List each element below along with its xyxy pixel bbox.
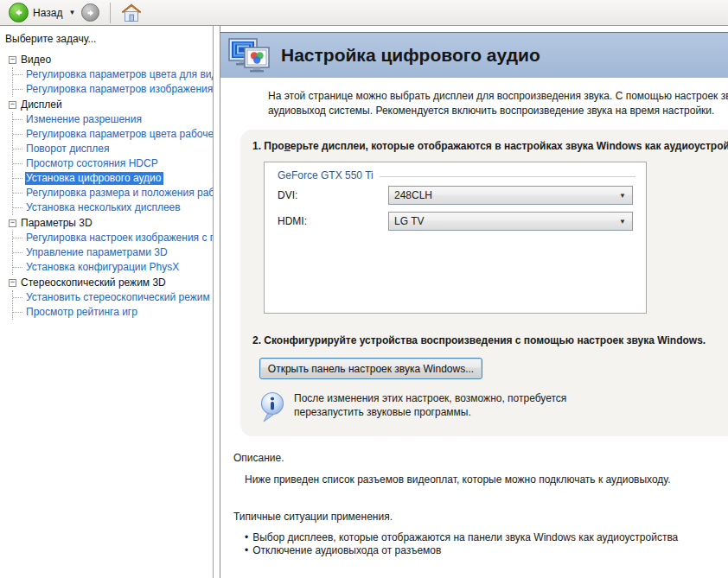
tree-item[interactable]: Регулировка параметров изображения д [13, 82, 213, 97]
tree-group-1[interactable]: Дисплей [9, 97, 213, 112]
selected-display-value: 248CLH [394, 189, 432, 201]
collapse-icon[interactable] [9, 279, 16, 287]
step1-heading: 1. Проверьте дисплеи, которые отображают… [252, 140, 728, 152]
note-row: После изменения этих настроек, возможно,… [259, 391, 728, 424]
tree-item[interactable]: Просмотр рейтинга игр [13, 305, 213, 320]
port-label: HDMI: [278, 215, 388, 227]
digital-audio-page-icon [227, 37, 272, 73]
page-title: Настройка цифрового аудио [281, 45, 540, 66]
tree-item-label: Регулировка настроек изображения с пр [25, 232, 214, 245]
tree-group-label: Параметры 3D [21, 217, 93, 229]
tree-item-label: Поворот дисплея [25, 143, 112, 156]
home-button[interactable] [118, 2, 145, 24]
intro-line-2: аудиовыход системы. Рекомендуется включи… [268, 104, 728, 118]
settings-card: 1. Проверьте дисплеи, которые отображают… [240, 130, 728, 436]
description-text: Ниже приведен список разъемов видеоплат,… [245, 473, 728, 486]
forward-button[interactable] [78, 2, 103, 23]
usage-heading: Типичные ситуации применения. [233, 511, 728, 523]
home-icon [121, 3, 142, 22]
page-header: Настройка цифрового аудио [220, 32, 728, 78]
task-tree: ВидеоРегулировка параметров цвета для ви… [9, 52, 213, 320]
port-label: DVI: [278, 189, 388, 201]
toolbar-separator [110, 3, 111, 23]
gpu-group-box: GeForce GTX 550 Ti DVI:248CLHHDMI:LG TV [264, 162, 647, 314]
tree-children: Изменение разрешенияРегулировка параметр… [12, 112, 213, 215]
collapse-icon[interactable] [9, 56, 16, 64]
tree-children: Установить стереоскопический режим 3Прос… [12, 290, 213, 320]
tree-item-label: Просмотр рейтинга игр [25, 306, 140, 319]
tree-item-label: Установка цифрового аудио [25, 172, 163, 185]
tree-item-label: Регулировка параметров цвета рабочег [25, 128, 214, 141]
tree-group-2[interactable]: Параметры 3D [9, 215, 213, 231]
legend-divider [380, 176, 635, 177]
usage-bullet: Отключение аудиовыхода от разъемов [245, 544, 728, 557]
tree-group-label: Стереоскопический режим 3D [21, 276, 166, 289]
tree-item[interactable]: Поворот дисплея [13, 142, 213, 156]
tree-item[interactable]: Просмотр состояния HDCP [13, 156, 213, 171]
tree-children: Регулировка параметров цвета для видРегу… [12, 67, 213, 97]
back-icon [9, 3, 29, 22]
tree-item[interactable]: Регулировка параметров цвета для вид [13, 67, 213, 82]
tree-item[interactable]: Регулировка размера и положения рабоч [13, 186, 213, 200]
tree-item-label: Установить стереоскопический режим 3 [25, 291, 214, 304]
gpu-name-label: GeForce GTX 550 Ti [278, 169, 374, 181]
forward-icon [81, 3, 99, 22]
tree-group-label: Видео [21, 54, 51, 66]
intro-line-1: На этой странице можно выбрать дисплеи д… [268, 89, 728, 104]
display-select-0[interactable]: 248CLH [388, 186, 633, 205]
tree-item[interactable]: Установка конфигурации PhysX [13, 260, 213, 275]
tree-group-label: Дисплей [21, 98, 62, 111]
back-history-dropdown-icon[interactable]: ▼ [68, 9, 75, 16]
tree-item[interactable]: Установить стереоскопический режим 3 [13, 290, 213, 305]
tree-item-label: Установка конфигурации PhysX [25, 261, 182, 274]
collapse-icon[interactable] [9, 101, 16, 109]
display-row-0: DVI:248CLH [278, 186, 646, 205]
tree-item-label: Регулировка параметров изображения д [25, 83, 214, 96]
tree-item[interactable]: Установка нескольких дисплеев [13, 200, 213, 215]
tree-item[interactable]: Установка цифрового аудио [13, 171, 213, 186]
note-text: После изменения этих настроек, возможно,… [294, 391, 633, 424]
display-select-1[interactable]: LG TV [388, 212, 633, 231]
info-icon [259, 391, 285, 424]
display-row-1: HDMI:LG TV [278, 212, 646, 231]
tree-item[interactable]: Управление параметрами 3D [13, 245, 213, 260]
toolbar: Назад ▼ [0, 0, 728, 26]
gpu-group-legend: GeForce GTX 550 Ti [278, 169, 635, 181]
tree-group-0[interactable]: Видео [9, 52, 213, 67]
content-pane: Настройка цифрового аудио На этой страни… [220, 26, 728, 578]
step2-heading: 2. Сконфигурируйте устройства воспроизве… [252, 334, 728, 346]
collapse-icon[interactable] [9, 219, 16, 227]
tree-item[interactable]: Регулировка параметров цвета рабочег [13, 127, 213, 142]
selected-display-value: LG TV [394, 215, 424, 227]
usage-bullet: Выбор дисплеев, которые отображаются на … [245, 531, 728, 544]
task-sidebar: Выберите задачу... ВидеоРегулировка пара… [0, 26, 214, 578]
open-windows-sound-button[interactable]: Открыть панель настроек звука Windows... [259, 358, 482, 379]
tree-item[interactable]: Регулировка настроек изображения с пр [13, 231, 213, 245]
tree-item[interactable]: Изменение разрешения [13, 112, 213, 127]
tree-item-label: Изменение разрешения [25, 113, 144, 126]
tree-item-label: Просмотр состояния HDCP [25, 157, 161, 170]
tree-children: Регулировка настроек изображения с прУпр… [12, 231, 213, 275]
tree-item-label: Установка нескольких дисплеев [25, 201, 183, 214]
tree-item-label: Регулировка размера и положения рабоч [25, 187, 214, 200]
tree-item-label: Регулировка параметров цвета для вид [25, 68, 214, 81]
tree-item-label: Управление параметрами 3D [25, 246, 170, 259]
sidebar-header: Выберите задачу... [0, 26, 213, 50]
back-button-label: Назад [33, 7, 62, 19]
usage-list: Выбор дисплеев, которые отображаются на … [245, 531, 728, 557]
back-button[interactable]: Назад [5, 1, 66, 24]
tree-group-3[interactable]: Стереоскопический режим 3D [9, 275, 213, 290]
description-heading: Описание. [233, 452, 728, 464]
intro-text: На этой странице можно выбрать дисплеи д… [268, 89, 728, 118]
